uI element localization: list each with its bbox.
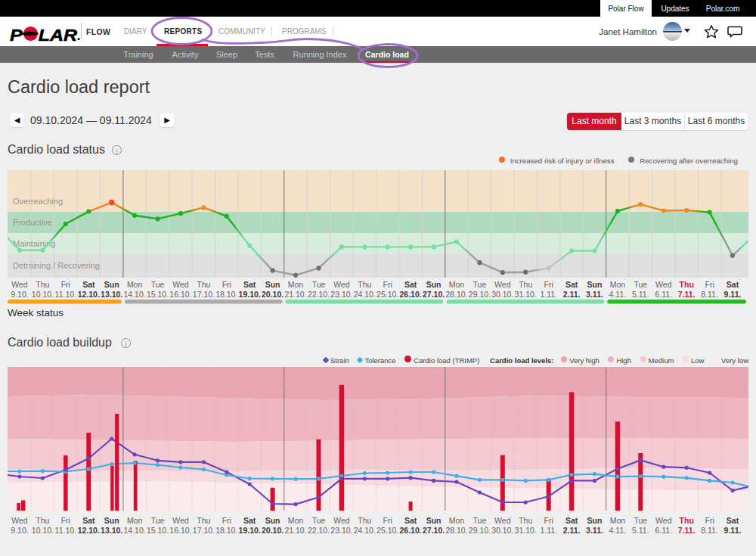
svg-text:Sat: Sat	[404, 280, 417, 289]
svg-text:Fri: Fri	[544, 280, 553, 289]
svg-text:Tue: Tue	[151, 516, 165, 525]
svg-text:17.10.: 17.10.	[193, 526, 215, 535]
svg-text:10.10.: 10.10.	[32, 526, 54, 535]
svg-text:Sun: Sun	[587, 516, 603, 525]
svg-text:Wed: Wed	[172, 516, 189, 525]
svg-text:29.10.: 29.10.	[469, 290, 491, 299]
svg-text:22.10.: 22.10.	[308, 290, 330, 299]
svg-text:24.10.: 24.10.	[354, 290, 376, 299]
svg-text:9.11.: 9.11.	[724, 526, 742, 535]
svg-text:Thu: Thu	[197, 516, 210, 525]
svg-text:6.11.: 6.11.	[655, 526, 673, 535]
svg-text:3.11.: 3.11.	[586, 290, 603, 299]
svg-text:30.10.: 30.10.	[491, 526, 513, 535]
svg-text:Thu: Thu	[36, 280, 49, 289]
svg-text:Tue: Tue	[312, 280, 326, 289]
svg-text:7.11.: 7.11.	[678, 290, 696, 299]
svg-text:29.10.: 29.10.	[469, 526, 491, 535]
svg-text:9.10.: 9.10.	[11, 290, 28, 299]
svg-text:Mon: Mon	[127, 280, 143, 289]
svg-text:9.10.: 9.10.	[11, 526, 28, 535]
svg-text:16.10.: 16.10.	[169, 526, 191, 535]
svg-text:Wed: Wed	[655, 516, 672, 525]
svg-text:25.10.: 25.10.	[376, 526, 398, 535]
svg-text:20.10.: 20.10.	[262, 526, 284, 535]
svg-text:13.10.: 13.10.	[101, 290, 122, 299]
svg-text:Mon: Mon	[449, 516, 465, 525]
svg-text:Tue: Tue	[312, 516, 326, 525]
svg-text:Thu: Thu	[680, 280, 694, 289]
svg-text:15.10.: 15.10.	[147, 526, 169, 535]
svg-text:Productive: Productive	[13, 218, 52, 227]
svg-text:Sat: Sat	[82, 280, 95, 289]
svg-text:2.11.: 2.11.	[563, 526, 581, 535]
svg-text:11.10.: 11.10.	[55, 526, 76, 535]
svg-text:17.10.: 17.10.	[193, 290, 215, 299]
svg-text:15.10.: 15.10.	[147, 290, 169, 299]
svg-text:Thu: Thu	[358, 280, 371, 289]
svg-text:Wed: Wed	[333, 280, 350, 289]
svg-text:Sat: Sat	[82, 516, 95, 525]
svg-text:Wed: Wed	[494, 280, 511, 289]
svg-text:Wed: Wed	[333, 516, 350, 525]
svg-text:10.10.: 10.10.	[32, 290, 54, 299]
svg-text:Fri: Fri	[705, 516, 714, 525]
svg-text:Thu: Thu	[519, 516, 532, 525]
svg-text:Tue: Tue	[473, 516, 487, 525]
svg-text:14.10.: 14.10.	[123, 290, 145, 299]
svg-text:30.10.: 30.10.	[491, 290, 513, 299]
svg-text:Mon: Mon	[610, 516, 626, 525]
svg-text:Mon: Mon	[288, 280, 304, 289]
svg-text:16.10.: 16.10.	[169, 290, 191, 299]
svg-text:18.10.: 18.10.	[215, 526, 237, 535]
svg-text:24.10.: 24.10.	[354, 526, 376, 535]
svg-text:26.10.: 26.10.	[399, 290, 421, 299]
svg-text:Tue: Tue	[473, 280, 487, 289]
svg-text:23.10.: 23.10.	[330, 526, 352, 535]
svg-text:28.10.: 28.10.	[445, 526, 467, 535]
svg-text:Sun: Sun	[104, 516, 119, 525]
svg-text:Fri: Fri	[61, 280, 70, 289]
svg-text:21.10.: 21.10.	[284, 526, 306, 535]
svg-text:Fri: Fri	[222, 516, 231, 525]
svg-text:Tue: Tue	[634, 280, 647, 289]
svg-text:Sat: Sat	[727, 516, 739, 525]
svg-text:12.10.: 12.10.	[78, 526, 100, 535]
svg-text:Wed: Wed	[494, 516, 511, 525]
svg-text:27.10.: 27.10.	[423, 526, 445, 535]
svg-text:31.10.: 31.10.	[515, 526, 537, 535]
svg-text:3.11.: 3.11.	[586, 526, 603, 535]
svg-text:Sat: Sat	[243, 280, 256, 289]
svg-text:Thu: Thu	[36, 516, 49, 525]
svg-text:Mon: Mon	[288, 516, 304, 525]
svg-text:Wed: Wed	[11, 516, 28, 525]
svg-text:Sun: Sun	[104, 280, 119, 289]
svg-text:Wed: Wed	[172, 280, 189, 289]
svg-text:Sun: Sun	[426, 516, 442, 525]
svg-text:Wed: Wed	[655, 280, 672, 289]
svg-text:8.11.: 8.11.	[701, 526, 718, 535]
svg-text:Thu: Thu	[519, 280, 532, 289]
svg-text:18.10.: 18.10.	[215, 290, 237, 299]
svg-text:Fri: Fri	[222, 280, 231, 289]
svg-text:14.10.: 14.10.	[123, 526, 145, 535]
svg-text:5.11.: 5.11.	[632, 526, 649, 535]
svg-text:Sat: Sat	[243, 516, 256, 525]
svg-text:4.11.: 4.11.	[609, 290, 627, 299]
svg-text:Sun: Sun	[426, 280, 442, 289]
svg-text:5.11.: 5.11.	[632, 290, 649, 299]
svg-text:9.11.: 9.11.	[724, 290, 742, 299]
svg-text:31.10.: 31.10.	[515, 290, 537, 299]
svg-text:8.11.: 8.11.	[701, 290, 718, 299]
svg-text:Fri: Fri	[705, 280, 714, 289]
svg-text:19.10.: 19.10.	[239, 526, 261, 535]
svg-text:Tue: Tue	[151, 280, 165, 289]
svg-text:Fri: Fri	[544, 516, 553, 525]
svg-text:Sat: Sat	[727, 280, 739, 289]
svg-text:Thu: Thu	[680, 516, 694, 525]
svg-text:11.10.: 11.10.	[55, 290, 76, 299]
svg-text:6.11.: 6.11.	[655, 290, 673, 299]
svg-text:21.10.: 21.10.	[284, 290, 306, 299]
svg-text:Sun: Sun	[587, 280, 603, 289]
svg-text:1.11.: 1.11.	[540, 526, 557, 535]
